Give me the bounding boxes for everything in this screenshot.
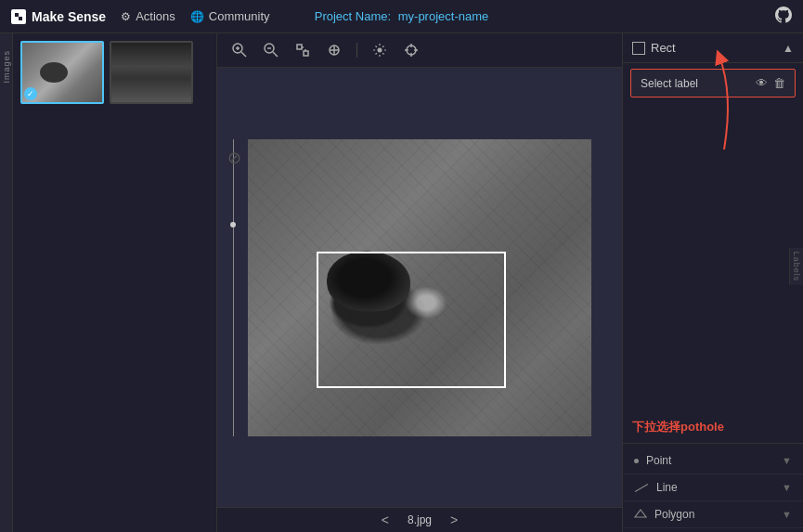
community-icon: 🌐 xyxy=(190,10,204,23)
polygon-tool-left: Polygon xyxy=(634,508,694,521)
polygon-icon xyxy=(634,509,647,520)
visibility-icon[interactable]: 👁 xyxy=(756,76,768,90)
zoom-in-button[interactable] xyxy=(228,39,251,61)
main-layout: Images ✓ xyxy=(0,33,803,532)
pan-tool-button[interactable] xyxy=(369,39,391,61)
prev-image-button[interactable]: < xyxy=(382,513,389,527)
thumbnail-1[interactable]: ✓ xyxy=(20,41,104,104)
project-name-display: Project Name: my-project-name xyxy=(315,9,489,23)
line-tool-left: Line xyxy=(634,481,678,494)
images-panel: ✓ xyxy=(13,33,217,532)
github-link[interactable] xyxy=(775,6,792,27)
images-sidebar-label: Images xyxy=(2,50,11,84)
next-image-button[interactable]: > xyxy=(450,513,458,527)
label-row-icons: 👁 🗑 xyxy=(756,76,785,90)
delete-icon[interactable]: 🗑 xyxy=(773,76,785,90)
toolbar xyxy=(217,33,622,68)
point-label: Point xyxy=(646,454,671,467)
point-icon xyxy=(634,459,639,463)
select-label-row[interactable]: Select label 👁 🗑 xyxy=(630,69,796,97)
rect-icon xyxy=(632,42,645,55)
line-chevron: ▼ xyxy=(782,482,792,493)
polygon-tool[interactable]: Polygon ▼ xyxy=(623,501,803,528)
svg-rect-10 xyxy=(304,51,308,56)
point-tool-left: Point xyxy=(634,454,671,467)
svg-marker-23 xyxy=(635,510,646,517)
line-label: Line xyxy=(656,481,678,494)
svg-line-7 xyxy=(273,52,278,57)
sidebar-left: Images xyxy=(0,33,13,532)
actions-label: Actions xyxy=(136,9,175,23)
collapse-button[interactable]: ▲ xyxy=(783,42,794,55)
chinese-annotation: 下拉选择pothole xyxy=(623,411,803,443)
point-tool[interactable]: Point ▼ xyxy=(623,448,803,474)
point-chevron: ▼ xyxy=(782,455,792,466)
canvas-container[interactable]: ⊘ xyxy=(217,68,622,507)
canvas-image xyxy=(248,139,591,436)
tools-section: Point ▼ Line ▼ Polygon ▼ xyxy=(623,443,803,532)
crosshair-button[interactable] xyxy=(400,39,422,61)
canvas-area: ⊘ < 8.jpg > xyxy=(217,33,622,532)
thumbnails-container: ✓ xyxy=(13,33,216,111)
brand-logo[interactable]: Make Sense xyxy=(11,9,106,24)
current-filename: 8.jpg xyxy=(408,513,432,526)
svg-point-16 xyxy=(378,48,382,53)
sidebar-right: Rect ▲ Select label 👁 🗑 xyxy=(622,33,803,532)
thumb-check-1: ✓ xyxy=(24,87,37,100)
labels-tab[interactable]: Labels xyxy=(789,247,803,285)
community-label: Community xyxy=(209,9,270,23)
community-menu[interactable]: 🌐 Community xyxy=(190,9,270,23)
actions-menu[interactable]: ⚙ Actions xyxy=(121,9,175,23)
polygon-label: Polygon xyxy=(654,508,694,521)
svg-rect-0 xyxy=(15,13,19,17)
thumbnail-2[interactable] xyxy=(110,41,193,104)
zoom-out-button[interactable] xyxy=(260,39,282,61)
rect-tool-title: Rect xyxy=(632,41,676,55)
right-panel-header: Rect ▲ xyxy=(623,33,803,63)
thumb-image-2 xyxy=(111,43,191,102)
project-name-value: my-project-name xyxy=(398,9,489,23)
zoom-fit-button[interactable] xyxy=(291,39,314,61)
select-label-text: Select label xyxy=(641,77,698,90)
svg-rect-1 xyxy=(19,17,22,20)
pothole-shape xyxy=(327,252,410,312)
toolbar-divider xyxy=(356,43,357,58)
svg-rect-9 xyxy=(297,45,302,49)
logo-icon xyxy=(11,9,26,24)
line-tool[interactable]: Line ▼ xyxy=(623,474,803,501)
brand-name: Make Sense xyxy=(32,9,106,24)
pothole-light xyxy=(406,286,447,318)
canvas-bottom-nav: < 8.jpg > xyxy=(217,507,622,532)
topnav: Make Sense ⚙ Actions 🌐 Community Project… xyxy=(0,0,803,33)
line-icon xyxy=(635,484,648,492)
zoom-reset-button[interactable] xyxy=(323,39,345,61)
actions-icon: ⚙ xyxy=(121,10,131,23)
project-label: Project Name: xyxy=(315,9,391,23)
svg-line-3 xyxy=(241,52,246,57)
rect-label: Rect xyxy=(651,41,676,55)
polygon-chevron: ▼ xyxy=(782,509,792,520)
